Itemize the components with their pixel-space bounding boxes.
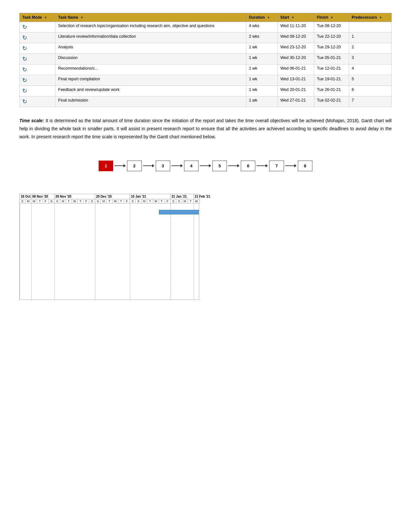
table-row: ↻ Final report compilation 1 wk Wed 13-0… (20, 75, 392, 86)
start-cell: Wed 13-01-21 (278, 75, 314, 86)
task-mode-cell: ↻ (20, 43, 55, 54)
gantt-day-label: M (142, 199, 147, 203)
gantt-day-label: S (176, 199, 182, 203)
task-name-cell: Feedback and review/update work (55, 86, 246, 96)
duration-cell: 4 wks (246, 22, 278, 33)
sort-arrow-task-name[interactable]: ▼ (80, 16, 83, 19)
finish-cell: Tue 12-01-21 (314, 64, 349, 75)
col-header-task-mode[interactable]: Task Mode ▼ (20, 13, 55, 22)
start-cell: Wed 06-01-21 (278, 64, 314, 75)
col-header-predecessors[interactable]: Predecessors ▼ (349, 13, 391, 22)
task-mode-cell: ↻ (20, 96, 55, 107)
finish-cell: Tue 26-01-21 (314, 86, 349, 96)
gantt-day-label: T (66, 199, 72, 203)
gantt-vline (194, 203, 194, 300)
gantt-month-label: 21 Feb '21 (194, 194, 200, 199)
flow-arrow-1 (114, 164, 126, 167)
gantt-month-label: 20 Dec '20 (95, 194, 130, 199)
flow-box-1: 1 (99, 161, 113, 171)
table-row: ↻ Final submission 1 wk Wed 27-01-21 Tue… (20, 96, 392, 107)
gantt-day-label: W (72, 199, 78, 203)
gantt-day-label: T (37, 199, 43, 203)
col-header-task-name[interactable]: Task Name ▼ (55, 13, 246, 22)
predecessors-cell: 5 (349, 75, 391, 86)
predecessors-cell: 2 (349, 43, 391, 54)
flow-box-3: 3 (156, 161, 170, 171)
task-name-cell: Selection of research topic/organisation… (55, 22, 246, 33)
finish-cell: Tue 22-12-20 (314, 33, 349, 43)
predecessors-cell: 4 (349, 64, 391, 75)
gantt-day-label: S (49, 199, 54, 203)
task-mode-icon: ↻ (22, 34, 27, 41)
gantt-day-label: F (83, 199, 89, 203)
finish-cell: Tue 08-12-20 (314, 22, 349, 33)
gantt-month-label: 10 Jan '21 (130, 194, 171, 199)
body-text: Time scale: It is determined as the tota… (19, 117, 392, 141)
task-mode-icon: ↻ (22, 24, 27, 31)
task-name-cell: Discussion (55, 54, 246, 64)
col-header-duration[interactable]: Duration ▼ (246, 13, 278, 22)
finish-cell: Tue 02-02-21 (314, 96, 349, 107)
flow-box-8: 8 (298, 161, 312, 171)
gantt-day-label: T (159, 199, 165, 203)
flow-box-4: 4 (184, 161, 199, 171)
flow-arrow-4 (200, 164, 211, 167)
duration-cell: 1 wk (246, 86, 278, 96)
sort-arrow-finish[interactable]: ▼ (330, 16, 334, 19)
task-mode-cell: ↻ (20, 75, 55, 86)
sort-arrow-task-mode[interactable]: ▼ (44, 16, 47, 19)
start-cell: Wed 20-01-21 (278, 86, 314, 96)
predecessors-cell: 3 (349, 54, 391, 64)
task-name-cell: Recommendations/c... (55, 64, 246, 75)
gantt-vline (130, 203, 130, 300)
gantt-day-label: T (107, 199, 113, 203)
gantt-day-label: T (118, 199, 124, 203)
duration-cell: 2 wks (246, 33, 278, 43)
start-cell: Wed 23-12-20 (278, 43, 314, 54)
duration-cell: 1 wk (246, 64, 278, 75)
gantt-day-label: W (31, 199, 37, 203)
gantt-day-label: W (113, 199, 118, 203)
finish-cell: Tue 05-01-21 (314, 54, 349, 64)
table-row: ↻ Feedback and review/update work 1 wk W… (20, 86, 392, 96)
gantt-day-label: M (25, 199, 31, 203)
predecessors-cell (349, 22, 391, 33)
gantt-bar-1 (159, 210, 199, 214)
task-mode-cell: ↻ (20, 64, 55, 75)
gantt-day-label: S (171, 199, 176, 203)
task-mode-cell: ↻ (20, 22, 55, 33)
sort-arrow-start[interactable]: ▼ (291, 16, 294, 19)
sort-arrow-predecessors[interactable]: ▼ (379, 16, 382, 19)
finish-cell: Tue 19-01-21 (314, 75, 349, 86)
duration-cell: 1 wk (246, 54, 278, 64)
gantt-day-label: W (194, 199, 200, 203)
gantt-chart-section: 18 Oct '2008 Nov '2029 Nov '2020 Dec '20… (19, 194, 392, 300)
task-mode-cell: ↻ (20, 86, 55, 96)
gantt-month-label: 18 Oct '20 (20, 194, 31, 199)
gantt-day-label: F (43, 199, 49, 203)
flow-arrow-7 (285, 164, 297, 167)
flow-arrow-6 (257, 164, 268, 167)
flow-box-5: 5 (212, 161, 227, 171)
task-name-cell: Literature review/information/data colle… (55, 33, 246, 43)
flow-box-6: 6 (241, 161, 255, 171)
gantt-vline (95, 203, 95, 300)
task-mode-cell: ↻ (20, 54, 55, 64)
gantt-vline (20, 203, 20, 300)
task-mode-icon: ↻ (22, 77, 27, 84)
gantt-day-label: T (147, 199, 153, 203)
col-header-start[interactable]: Start ▼ (278, 13, 314, 22)
start-cell: Wed 30-12-20 (278, 54, 314, 64)
gantt-chart-body (19, 203, 199, 300)
table-row: ↻ Recommendations/c... 1 wk Wed 06-01-21… (20, 64, 392, 75)
predecessors-cell: 6 (349, 86, 391, 96)
sort-arrow-duration[interactable]: ▼ (267, 16, 270, 19)
task-mode-cell: ↻ (20, 33, 55, 43)
col-header-finish[interactable]: Finish ▼ (314, 13, 349, 22)
task-mode-icon: ↻ (22, 98, 27, 105)
gantt-month-label: 08 Nov '20 (31, 194, 54, 199)
task-mode-icon: ↻ (22, 66, 27, 73)
predecessors-cell: 7 (349, 96, 391, 107)
gantt-day-label: S (130, 199, 136, 203)
gantt-day-label: W (153, 199, 159, 203)
